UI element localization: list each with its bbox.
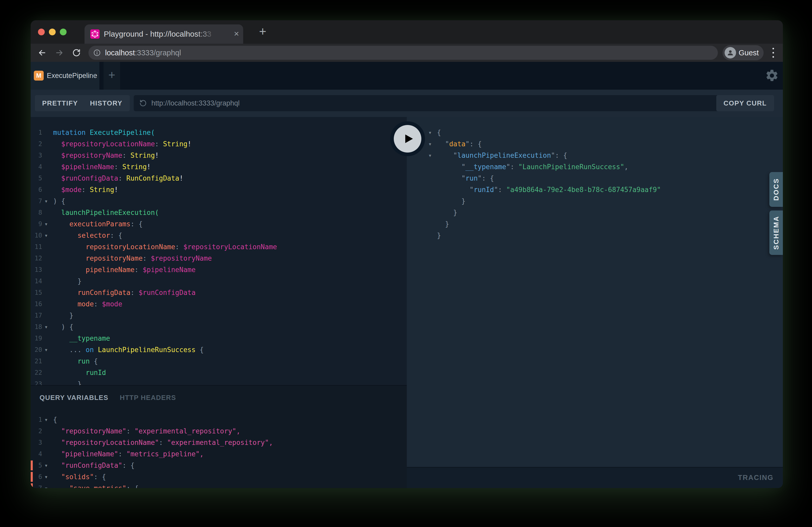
code-line[interactable]: 22 runId bbox=[31, 367, 407, 378]
profile-button[interactable]: Guest bbox=[723, 45, 764, 60]
code-text: } bbox=[437, 230, 441, 241]
code-text: } bbox=[53, 310, 73, 321]
code-line[interactable]: 13 pipelineName: $pipelineName bbox=[31, 264, 407, 275]
docs-side-tab[interactable]: DOCS bbox=[769, 172, 783, 207]
code-line[interactable]: } bbox=[407, 218, 783, 230]
code-line[interactable]: ▼ "data": { bbox=[407, 138, 783, 150]
code-line[interactable]: ▼{ bbox=[407, 127, 783, 138]
code-line[interactable]: 9▼ executionParams: { bbox=[31, 218, 407, 230]
code-line[interactable]: 1mutation ExecutePipeline( bbox=[31, 127, 407, 138]
code-line[interactable]: } bbox=[407, 207, 783, 218]
code-line[interactable]: "run": { bbox=[407, 172, 783, 184]
code-text: { bbox=[53, 414, 57, 425]
code-text: } bbox=[53, 275, 82, 287]
code-line[interactable]: ▼ "launchPipelineExecution": { bbox=[407, 150, 783, 161]
code-line[interactable]: 19 __typename bbox=[31, 333, 407, 344]
code-line[interactable]: 11 repositoryLocationName: $repositoryLo… bbox=[31, 241, 407, 253]
code-line[interactable]: 10▼ selector: { bbox=[31, 230, 407, 241]
playground-tabstrip: M ExecutePipeline × + bbox=[31, 62, 783, 90]
mutation-badge: M bbox=[34, 71, 44, 80]
code-line[interactable]: 6▼ "solids": { bbox=[31, 471, 407, 483]
fold-arrow-icon[interactable]: ▼ bbox=[426, 142, 437, 146]
fold-arrow-icon[interactable]: ▼ bbox=[42, 222, 53, 226]
code-line[interactable]: 18▼ ) { bbox=[31, 321, 407, 333]
playground-toolbar: PRETTIFY HISTORY http://localhost:3333/g… bbox=[31, 90, 783, 117]
tab-close-icon[interactable]: × bbox=[234, 25, 239, 44]
fold-arrow-icon[interactable]: ▼ bbox=[42, 348, 53, 352]
execute-button[interactable] bbox=[390, 121, 425, 156]
settings-gear-icon[interactable] bbox=[765, 69, 779, 82]
endpoint-input[interactable]: http://localhost:3333/graphql bbox=[134, 95, 723, 111]
fold-arrow-icon[interactable]: ▼ bbox=[42, 463, 53, 468]
fold-arrow-icon[interactable]: ▼ bbox=[42, 199, 53, 204]
close-window-button[interactable] bbox=[38, 29, 45, 35]
code-line[interactable]: 2 "repositoryName": "experimental_reposi… bbox=[31, 425, 407, 437]
code-line[interactable]: 3 "repositoryLocationName": "experimenta… bbox=[31, 437, 407, 448]
playground-main: 1mutation ExecutePipeline(2 $repositoryL… bbox=[31, 117, 783, 488]
code-text: $mode: String! bbox=[53, 184, 118, 195]
tab-http-headers[interactable]: HTTP HEADERS bbox=[120, 392, 176, 403]
code-line[interactable]: 4 "pipelineName": "metrics_pipeline", bbox=[31, 448, 407, 460]
new-tab-button[interactable]: + bbox=[252, 20, 273, 44]
back-icon[interactable] bbox=[38, 48, 47, 57]
browser-toolbar: localhost:3333/graphql Guest bbox=[31, 44, 783, 62]
code-text: $repositoryName: String! bbox=[53, 150, 159, 161]
code-line[interactable]: 7▼ "save_metrics": { bbox=[31, 483, 407, 488]
code-line[interactable]: 1▼{ bbox=[31, 414, 407, 425]
variables-editor[interactable]: 1▼{2 "repositoryName": "experimental_rep… bbox=[31, 414, 407, 488]
code-line[interactable]: 14 } bbox=[31, 275, 407, 287]
fold-arrow-icon[interactable]: ▼ bbox=[426, 131, 437, 135]
query-editor[interactable]: 1mutation ExecutePipeline(2 $repositoryL… bbox=[31, 117, 407, 395]
code-text: "repositoryName": "experimental_reposito… bbox=[53, 425, 240, 437]
tab-query-variables[interactable]: QUERY VARIABLES bbox=[40, 392, 108, 403]
playground-tab-close-icon[interactable]: × bbox=[91, 62, 96, 90]
fold-arrow-icon[interactable]: ▼ bbox=[42, 486, 53, 488]
copy-curl-button[interactable]: COPY CURL bbox=[716, 95, 774, 111]
reload-icon[interactable] bbox=[72, 48, 81, 57]
code-line[interactable]: 7▼) { bbox=[31, 195, 407, 207]
fold-arrow-icon[interactable]: ▼ bbox=[42, 325, 53, 329]
code-line[interactable]: 17 } bbox=[31, 310, 407, 321]
code-line[interactable]: } bbox=[407, 195, 783, 207]
fold-arrow-icon[interactable]: ▼ bbox=[42, 475, 53, 479]
fold-arrow-icon[interactable]: ▼ bbox=[42, 418, 53, 422]
code-line[interactable]: } bbox=[407, 230, 783, 241]
line-number: 6 bbox=[31, 184, 42, 195]
code-line[interactable]: 12 repositoryName: $repositoryName bbox=[31, 253, 407, 264]
fold-arrow-icon[interactable]: ▼ bbox=[42, 234, 53, 238]
prettify-button[interactable]: PRETTIFY bbox=[35, 95, 85, 111]
graphql-favicon-icon bbox=[90, 29, 100, 39]
code-line[interactable]: 5▼ "runConfigData": { bbox=[31, 460, 407, 471]
code-line[interactable]: 20▼ ... on LaunchPipelineRunSuccess { bbox=[31, 344, 407, 356]
query-editor-pane[interactable]: 1mutation ExecutePipeline(2 $repositoryL… bbox=[31, 117, 407, 488]
fold-arrow-icon[interactable]: ▼ bbox=[426, 153, 437, 158]
url-bar[interactable]: localhost:3333/graphql bbox=[88, 46, 718, 60]
code-text: repositoryName: $repositoryName bbox=[53, 253, 212, 264]
forward-icon[interactable] bbox=[55, 48, 64, 57]
code-line[interactable]: "runId": "a49b864a-79e2-4be8-b78c-687457… bbox=[407, 184, 783, 195]
endpoint-history-icon[interactable] bbox=[139, 99, 147, 107]
url-text: localhost:3333/graphql bbox=[105, 46, 181, 60]
line-number: 19 bbox=[31, 333, 42, 344]
code-line[interactable]: 16 mode: $mode bbox=[31, 298, 407, 310]
code-line[interactable]: 5 $runConfigData: RunConfigData! bbox=[31, 172, 407, 184]
code-line[interactable]: 4 $pipelineName: String! bbox=[31, 161, 407, 172]
code-line[interactable]: 6 $mode: String! bbox=[31, 184, 407, 195]
browser-tab[interactable]: Playground - http://localhost:33 × bbox=[85, 25, 243, 44]
schema-side-tab[interactable]: SCHEMA bbox=[769, 210, 783, 255]
code-line[interactable]: 3 $repositoryName: String! bbox=[31, 150, 407, 161]
minimize-window-button[interactable] bbox=[49, 29, 56, 35]
code-line[interactable]: 2 $repositoryLocationName: String! bbox=[31, 138, 407, 150]
response-pane: ▼{▼ "data": {▼ "launchPipelineExecution"… bbox=[407, 117, 783, 488]
playground-tab-executepipeline[interactable]: M ExecutePipeline × bbox=[31, 62, 99, 90]
zoom-window-button[interactable] bbox=[60, 29, 67, 35]
browser-menu-icon[interactable] bbox=[772, 48, 774, 58]
code-line[interactable]: 15 runConfigData: $runConfigData bbox=[31, 287, 407, 298]
playground-new-tab-button[interactable]: + bbox=[103, 62, 120, 90]
code-line[interactable]: "__typename": "LaunchPipelineRunSuccess"… bbox=[407, 161, 783, 172]
tracing-bar[interactable]: TRACING bbox=[407, 467, 783, 488]
code-line[interactable]: 21 run { bbox=[31, 356, 407, 367]
history-button[interactable]: HISTORY bbox=[83, 95, 130, 111]
site-info-icon[interactable] bbox=[93, 49, 101, 57]
code-line[interactable]: 8 launchPipelineExecution( bbox=[31, 207, 407, 218]
